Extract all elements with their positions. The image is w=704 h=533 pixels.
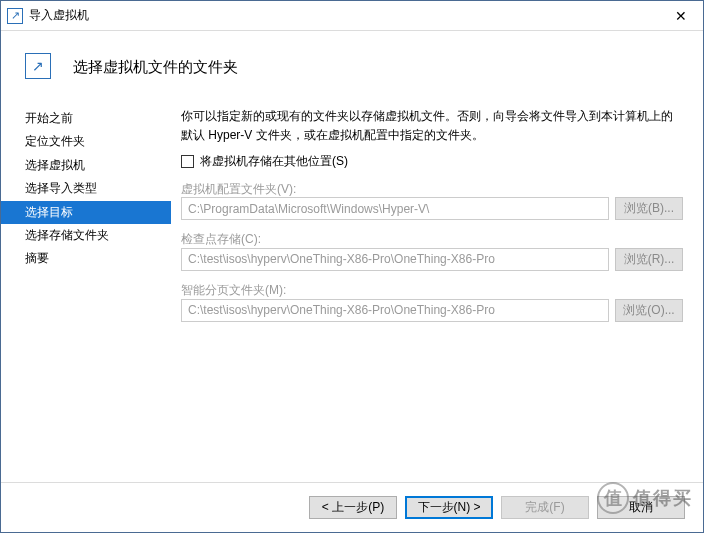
store-elsewhere-label: 将虚拟机存储在其他位置(S) bbox=[200, 154, 348, 170]
checkpoint-store-input bbox=[181, 248, 609, 271]
wizard-footer: < 上一步(P) 下一步(N) > 完成(F) 取消 bbox=[1, 482, 703, 532]
sidebar-item-select-vm[interactable]: 选择虚拟机 bbox=[1, 154, 171, 177]
title-bar: ↗ 导入虚拟机 ✕ bbox=[1, 1, 703, 31]
sidebar-item-storage-folder[interactable]: 选择存储文件夹 bbox=[1, 224, 171, 247]
sidebar-item-locate-folder[interactable]: 定位文件夹 bbox=[1, 130, 171, 153]
smart-paging-folder-browse-button: 浏览(O)... bbox=[615, 299, 683, 322]
page-title: 选择虚拟机文件的文件夹 bbox=[73, 58, 238, 77]
checkpoint-store-label: 检查点存储(C): bbox=[181, 232, 683, 248]
wizard-steps-sidebar: 开始之前 定位文件夹 选择虚拟机 选择导入类型 选择目标 选择存储文件夹 摘要 bbox=[1, 103, 171, 482]
wizard-content: 你可以指定新的或现有的文件夹以存储虚拟机文件。否则，向导会将文件导入到本计算机上… bbox=[171, 103, 703, 482]
vm-config-folder-row: 浏览(B)... bbox=[181, 197, 683, 220]
store-elsewhere-row: 将虚拟机存储在其他位置(S) bbox=[181, 154, 683, 170]
store-elsewhere-checkbox[interactable] bbox=[181, 155, 194, 168]
page-header: ↗ 选择虚拟机文件的文件夹 bbox=[1, 31, 703, 103]
wizard-window: ↗ 导入虚拟机 ✕ ↗ 选择虚拟机文件的文件夹 开始之前 定位文件夹 选择虚拟机… bbox=[0, 0, 704, 533]
finish-button: 完成(F) bbox=[501, 496, 589, 519]
wizard-body: 开始之前 定位文件夹 选择虚拟机 选择导入类型 选择目标 选择存储文件夹 摘要 … bbox=[1, 103, 703, 482]
import-icon: ↗ bbox=[25, 53, 51, 79]
sidebar-item-import-type[interactable]: 选择导入类型 bbox=[1, 177, 171, 200]
cancel-button[interactable]: 取消 bbox=[597, 496, 685, 519]
vm-config-folder-input bbox=[181, 197, 609, 220]
window-title: 导入虚拟机 bbox=[29, 7, 659, 24]
checkpoint-store-row: 浏览(R)... bbox=[181, 248, 683, 271]
checkpoint-store-browse-button: 浏览(R)... bbox=[615, 248, 683, 271]
close-button[interactable]: ✕ bbox=[659, 2, 703, 30]
vm-config-folder-browse-button: 浏览(B)... bbox=[615, 197, 683, 220]
window-icon: ↗ bbox=[7, 8, 23, 24]
sidebar-item-select-target[interactable]: 选择目标 bbox=[1, 201, 171, 224]
smart-paging-folder-input bbox=[181, 299, 609, 322]
vm-config-folder-label: 虚拟机配置文件夹(V): bbox=[181, 182, 683, 198]
description-text: 你可以指定新的或现有的文件夹以存储虚拟机文件。否则，向导会将文件导入到本计算机上… bbox=[181, 107, 683, 144]
next-button[interactable]: 下一步(N) > bbox=[405, 496, 493, 519]
smart-paging-folder-row: 浏览(O)... bbox=[181, 299, 683, 322]
sidebar-item-summary[interactable]: 摘要 bbox=[1, 247, 171, 270]
smart-paging-folder-label: 智能分页文件夹(M): bbox=[181, 283, 683, 299]
sidebar-item-before-begin[interactable]: 开始之前 bbox=[1, 107, 171, 130]
previous-button[interactable]: < 上一步(P) bbox=[309, 496, 397, 519]
